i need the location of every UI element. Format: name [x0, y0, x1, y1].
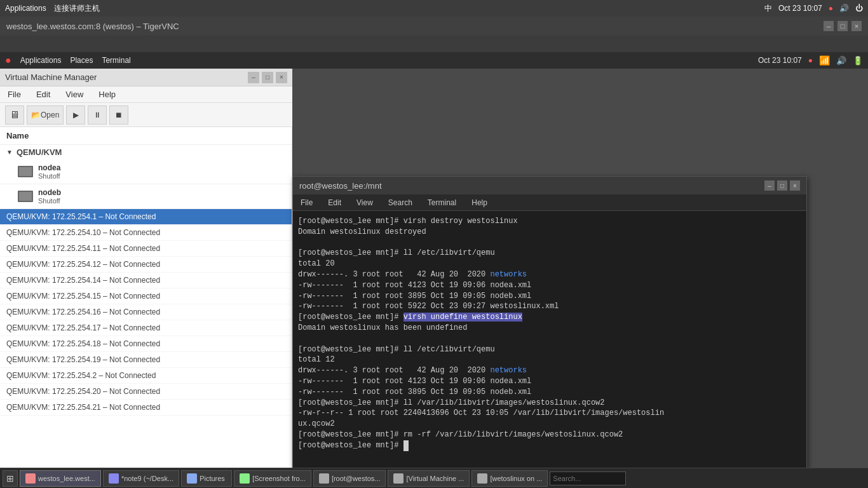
desktop-apps-menu[interactable]: Applications — [20, 56, 62, 65]
desktop-wifi-icon: 📶 — [819, 55, 830, 65]
term-menu-edit[interactable]: Edit — [325, 197, 344, 208]
desktop: ● Applications Places Terminal Oct 23 10… — [0, 52, 868, 488]
vmm-menubar: File Edit View Help — [0, 86, 292, 103]
system-datetime: Oct 23 10:07 — [778, 4, 822, 13]
system-connect-label[interactable]: 连接讲师主机 — [54, 3, 100, 14]
desktop-volume-icon[interactable]: 🔊 — [836, 56, 846, 65]
list-item-0[interactable]: QEMU/KVM: 172.25.254.10 – Not Connected — [0, 225, 292, 241]
list-item-8[interactable]: QEMU/KVM: 172.25.254.19 – Not Connected — [0, 352, 292, 368]
taskbar-item-3[interactable]: [Screenshot fro... — [234, 470, 311, 487]
desktop-terminal-menu[interactable]: Terminal — [102, 56, 130, 65]
term-line-12: [root@westos_lee mnt]# ll /etc/libvirt/q… — [298, 344, 801, 355]
volume-icon[interactable]: 🔊 — [839, 4, 849, 13]
vmm-stop-button[interactable]: ⏹ — [109, 105, 128, 125]
vnc-maximize-button[interactable]: □ — [837, 21, 848, 31]
vnc-title: westos_lee.westos.com:8 (westos) – Tiger… — [6, 22, 179, 31]
vnc-titlebar-buttons: – □ × — [824, 21, 862, 31]
term-menu-view[interactable]: View — [354, 197, 376, 208]
list-item-1[interactable]: QEMU/KVM: 172.25.254.11 – Not Connected — [0, 241, 292, 257]
vmm-open-button[interactable]: 📂 Open — [27, 105, 64, 125]
terminal-maximize-button[interactable]: □ — [777, 180, 787, 191]
vmm-menu-help[interactable]: Help — [96, 88, 118, 100]
taskbar-label-6: [wetoslinux on ... — [490, 475, 542, 482]
vmm-window: Virtual Machine Manager – □ × File Edit … — [0, 69, 292, 468]
terminal-minimize-button[interactable]: – — [764, 180, 775, 191]
vmm-maximize-button[interactable]: □ — [262, 72, 273, 83]
term-line-7: -rw------- 1 root root 3895 Oct 19 09:05… — [298, 291, 801, 302]
taskbar-item-4[interactable]: [root@westos... — [313, 470, 386, 487]
vmm-title: Virtual Machine Manager — [5, 72, 97, 82]
vmm-new-button[interactable]: 🖥 — [5, 105, 24, 125]
taskbar-item-2[interactable]: Pictures — [181, 470, 232, 487]
term-menu-file[interactable]: File — [298, 197, 315, 208]
term-highlight-cmd: virsh undefine westoslinux — [403, 313, 522, 322]
desktop-top-bar: ● Applications Places Terminal Oct 23 10… — [0, 52, 868, 69]
desktop-indicator-dot: ● — [808, 56, 813, 65]
term-line-19: [root@westos_lee mnt]# rm -rf /var/lib/l… — [298, 430, 801, 440]
vmm-minimize-button[interactable]: – — [248, 72, 259, 83]
terminal-close-button[interactable]: × — [790, 180, 800, 191]
list-item-4[interactable]: QEMU/KVM: 172.25.254.15 – Not Connected — [0, 288, 292, 304]
list-item-2[interactable]: QEMU/KVM: 172.25.254.12 – Not Connected — [0, 257, 292, 273]
term-line-18b: ux.qcow2 — [298, 419, 801, 430]
vm-nodeb-name: nodeb — [38, 188, 61, 197]
system-lang: 中 — [764, 3, 772, 14]
term-line-11 — [298, 334, 801, 344]
terminal-body[interactable]: [root@westos_lee mnt]# virsh destroy wes… — [293, 211, 806, 488]
vmm-menu-view[interactable]: View — [63, 88, 86, 100]
list-item-10[interactable]: QEMU/KVM: 172.25.254.20 – Not Connected — [0, 384, 292, 400]
taskbar-item-5[interactable]: [Virtual Machine ... — [388, 470, 470, 487]
vm-icon — [18, 191, 33, 202]
term-menu-terminal[interactable]: Terminal — [425, 197, 459, 208]
taskbar-label-2: Pictures — [200, 475, 225, 482]
term-line-13: total 12 — [298, 355, 801, 365]
taskbar-icon-0 — [25, 473, 36, 484]
system-bar: Applications Places 连接讲师主机 中 Oct 23 10:0… — [0, 0, 868, 17]
taskbar-search-input[interactable] — [550, 471, 626, 485]
vnc-minimize-button[interactable]: – — [824, 21, 834, 31]
terminal-title: root@westos_lee:/mnt — [299, 181, 382, 191]
vmm-close-button[interactable]: × — [276, 72, 287, 83]
taskbar-window-switcher[interactable]: ⊞ — [3, 470, 18, 487]
vmm-menu-file[interactable]: File — [5, 88, 24, 100]
term-line-17: [root@westos_lee mnt]# ll /var/lib/libvi… — [298, 398, 801, 409]
vmm-qemu-group[interactable]: ▼ QEMU/KVM — [0, 145, 292, 159]
vmm-titlebar: Virtual Machine Manager – □ × — [0, 69, 292, 86]
term-line-4: total 20 — [298, 259, 801, 269]
vmm-vm-nodeb[interactable]: nodeb Shutoff — [0, 184, 292, 209]
desktop-bar-left: ● Applications Places Terminal — [5, 55, 131, 66]
system-bar-left: Applications Places 连接讲师主机 — [5, 3, 100, 14]
open-icon: 📂 — [31, 111, 41, 119]
list-item-9[interactable]: QEMU/KVM: 172.25.254.2 – Not Connected — [0, 368, 292, 384]
term-line-2 — [298, 238, 801, 248]
vmm-run-button[interactable]: ▶ — [66, 105, 85, 125]
term-menu-search[interactable]: Search — [386, 197, 415, 208]
vmm-pause-button[interactable]: ⏸ — [88, 105, 107, 125]
vnc-close-button[interactable]: × — [851, 21, 862, 31]
taskbar-item-0[interactable]: westos_lee.west... — [20, 470, 101, 487]
vmm-menu-edit[interactable]: Edit — [34, 88, 53, 100]
taskbar-item-1[interactable]: *note9 (~/Desk... — [103, 470, 179, 487]
taskbar-label-3: [Screenshot fro... — [252, 475, 306, 482]
term-line-20: [root@westos_lee mnt]# — [298, 440, 801, 451]
term-line-10: Domain westoslinux has been undefined — [298, 323, 801, 334]
power-icon[interactable]: ⏻ — [855, 4, 863, 13]
vmm-selected-item[interactable]: QEMU/KVM: 172.25.254.1 – Not Connected — [0, 209, 292, 225]
new-vm-icon: 🖥 — [10, 109, 20, 121]
vmm-vm-nodea[interactable]: nodea Shutoff — [0, 159, 292, 184]
terminal-window: root@westos_lee:/mnt – □ × File Edit Vie… — [292, 176, 807, 488]
desktop-places-menu[interactable]: Places — [70, 56, 93, 65]
list-item-3[interactable]: QEMU/KVM: 172.25.254.14 – Not Connected — [0, 273, 292, 288]
system-apps-menu[interactable]: Applications — [5, 4, 46, 13]
taskbar-icon-4 — [319, 473, 329, 484]
list-item-7[interactable]: QEMU/KVM: 172.25.254.18 – Not Connected — [0, 336, 292, 352]
list-item-5[interactable]: QEMU/KVM: 172.25.254.16 – Not Connected — [0, 304, 292, 320]
list-item-6[interactable]: QEMU/KVM: 172.25.254.17 – Not Connected — [0, 320, 292, 336]
term-menu-help[interactable]: Help — [469, 197, 490, 208]
term-line-1: Domain westoslinux destroyed — [298, 227, 801, 238]
list-item-11[interactable]: QEMU/KVM: 172.25.254.21 – Not Connected — [0, 400, 292, 416]
taskbar-icon-6 — [477, 473, 487, 484]
taskbar-item-6[interactable]: [wetoslinux on ... — [471, 470, 548, 487]
vnc-window: westos_lee.westos.com:8 (westos) – Tiger… — [0, 17, 868, 488]
desktop-battery-icon: 🔋 — [853, 56, 863, 65]
